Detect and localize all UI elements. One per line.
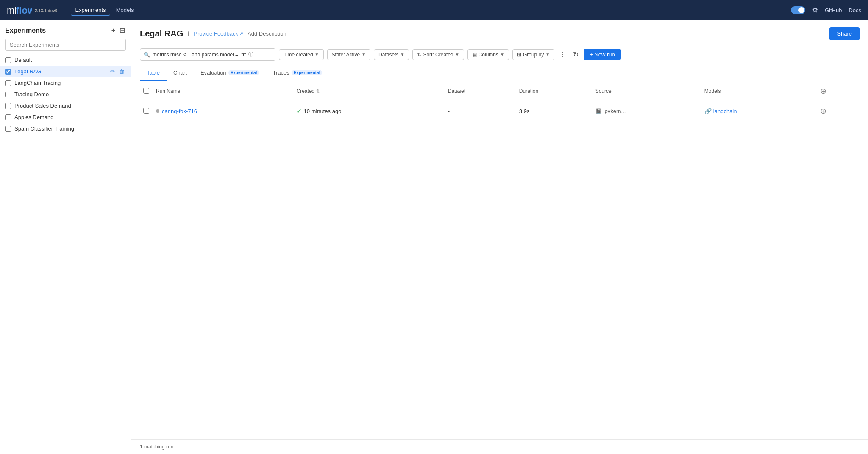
tab-traces[interactable]: Traces Experimental — [266, 65, 329, 81]
row-checkbox-0[interactable] — [143, 108, 149, 114]
sidebar-item-legal-rag-checkbox[interactable] — [5, 69, 11, 75]
nav-links: Experiments Models — [71, 5, 138, 16]
time-created-chevron: ▼ — [315, 52, 319, 57]
sidebar-item-langchain-tracing[interactable]: LangChain Tracing ✏ 🗑 — [0, 77, 131, 89]
run-status-dot — [156, 109, 159, 113]
delete-default-button[interactable]: 🗑 — [118, 56, 126, 64]
matching-runs-label: 1 matching run — [140, 444, 173, 450]
toolbar: 🔍 ⓘ Time created ▼ State: Active ▼ Datas… — [131, 44, 868, 65]
settings-icon[interactable]: ⚙ — [812, 6, 818, 14]
delete-spam-classifier-training-button[interactable]: 🗑 — [118, 125, 126, 132]
cell-add-0: ⊕ — [816, 101, 860, 121]
model-link-0[interactable]: 🔗 langchain — [704, 108, 813, 114]
sidebar-item-legal-rag[interactable]: Legal RAG ✏ 🗑 — [0, 66, 131, 77]
runs-table-area: Run Name Created ⇅ Dataset — [131, 81, 868, 439]
search-info-icon[interactable]: ⓘ — [248, 51, 253, 58]
info-icon[interactable]: ℹ — [187, 31, 189, 37]
cell-duration-0: 3.9s — [516, 101, 592, 121]
sidebar-item-product-sales-demand-label: Product Sales Demand — [14, 103, 106, 109]
cell-dataset-0: - — [445, 101, 516, 121]
table-footer: 1 matching run — [131, 439, 868, 454]
col-created: Created ⇅ — [293, 81, 444, 101]
delete-langchain-tracing-button[interactable]: 🗑 — [118, 79, 126, 86]
time-created-filter[interactable]: Time created ▼ — [279, 49, 324, 60]
add-column-button[interactable]: ⊕ — [819, 86, 827, 97]
delete-tracing-demo-button[interactable]: 🗑 — [118, 91, 126, 98]
experiment-title: Legal RAG — [140, 29, 183, 39]
delete-product-sales-demand-button[interactable]: 🗑 — [118, 102, 126, 109]
nav-models[interactable]: Models — [112, 5, 138, 16]
col-models: Models — [701, 81, 816, 101]
edit-langchain-tracing-button[interactable]: ✏ — [109, 79, 116, 86]
more-options-button[interactable]: ⋮ — [558, 49, 568, 60]
add-experiment-button[interactable]: + — [111, 25, 116, 35]
nav-experiments[interactable]: Experiments — [71, 5, 110, 16]
sidebar-item-default-label: Default — [14, 57, 106, 63]
group-by-filter[interactable]: ⊞ Group by ▼ — [512, 49, 554, 60]
new-run-button[interactable]: + New run — [584, 49, 621, 60]
delete-apples-demand-button[interactable]: 🗑 — [118, 114, 126, 121]
evaluation-badge: Experimental — [228, 70, 259, 75]
sidebar-item-default[interactable]: Default ✏ 🗑 — [0, 54, 131, 66]
run-name-link-0[interactable]: caring-fox-716 — [162, 108, 197, 114]
experiment-header: Legal RAG ℹ Provide Feedback ↗ Add Descr… — [131, 20, 868, 44]
tab-chart[interactable]: Chart — [167, 65, 194, 81]
cell-created-0: ✓ 10 minutes ago — [293, 101, 444, 121]
add-description-button[interactable]: Add Description — [248, 31, 287, 37]
add-to-row-button[interactable]: ⊕ — [819, 106, 827, 117]
docs-link[interactable]: Docs — [849, 7, 861, 14]
traces-badge: Experimental — [292, 70, 323, 75]
sidebar-item-tracing-demo[interactable]: Tracing Demo ✏ 🗑 — [0, 89, 131, 100]
sidebar-item-spam-classifier-training[interactable]: Spam Classifier Training ✏ 🗑 — [0, 123, 131, 134]
columns-icon: ▦ — [472, 52, 477, 58]
tab-table[interactable]: Table — [140, 65, 167, 81]
logo: ml flow 2.13.1.dev0 — [7, 4, 57, 16]
sidebar-item-apples-demand-checkbox[interactable] — [5, 114, 11, 120]
state-filter[interactable]: State: Active ▼ — [327, 49, 371, 60]
sidebar-actions: + ⊟ — [111, 25, 126, 35]
share-button[interactable]: Share — [829, 27, 860, 40]
col-source: Source — [592, 81, 701, 101]
edit-spam-classifier-training-button[interactable]: ✏ — [109, 125, 116, 132]
main-content: Legal RAG ℹ Provide Feedback ↗ Add Descr… — [131, 20, 868, 454]
cell-source-0: 📓 ipykern... — [592, 101, 701, 121]
sidebar-item-langchain-tracing-checkbox[interactable] — [5, 80, 11, 86]
edit-tracing-demo-button[interactable]: ✏ — [109, 91, 116, 98]
cell-run-name-0: caring-fox-716 — [153, 101, 293, 121]
sidebar-item-product-sales-demand-checkbox[interactable] — [5, 103, 11, 109]
sidebar-item-product-sales-demand[interactable]: Product Sales Demand ✏ 🗑 — [0, 100, 131, 111]
top-navigation: ml flow 2.13.1.dev0 Experiments Models ⚙… — [0, 0, 868, 20]
sort-filter[interactable]: ⇅ Sort: Created ▼ — [412, 49, 464, 60]
sort-chevron: ▼ — [455, 52, 459, 57]
edit-legal-rag-button[interactable]: ✏ — [109, 68, 116, 75]
sort-created-icon[interactable]: ⇅ — [316, 89, 320, 94]
source-icon: 📓 — [595, 108, 602, 114]
mlflow-logo-svg: ml flow — [7, 4, 32, 16]
sidebar-item-legal-rag-icons: ✏ 🗑 — [109, 68, 126, 75]
main-layout: Experiments + ⊟ Default ✏ 🗑 Legal RAG ✏ … — [0, 20, 868, 454]
github-link[interactable]: GitHub — [825, 7, 842, 14]
table-header-row: Run Name Created ⇅ Dataset — [140, 81, 860, 101]
collapse-sidebar-button[interactable]: ⊟ — [119, 25, 126, 35]
delete-legal-rag-button[interactable]: 🗑 — [118, 68, 126, 75]
sidebar-item-default-checkbox[interactable] — [5, 57, 11, 63]
select-all-checkbox[interactable] — [143, 88, 149, 94]
datasets-filter[interactable]: Datasets ▼ — [374, 49, 409, 60]
svg-text:flow: flow — [16, 5, 32, 16]
sidebar-item-tracing-demo-checkbox[interactable] — [5, 92, 11, 97]
columns-filter[interactable]: ▦ Columns ▼ — [467, 49, 509, 60]
edit-default-button[interactable]: ✏ — [109, 56, 116, 64]
provide-feedback-link[interactable]: Provide Feedback ↗ — [194, 31, 243, 37]
sidebar-item-apples-demand[interactable]: Apples Demand ✏ 🗑 — [0, 111, 131, 123]
run-search-input[interactable] — [153, 52, 246, 58]
edit-apples-demand-button[interactable]: ✏ — [109, 114, 116, 121]
version-label: 2.13.1.dev0 — [35, 8, 57, 13]
search-experiments-input[interactable] — [5, 39, 126, 51]
tab-evaluation[interactable]: Evaluation Experimental — [194, 65, 266, 81]
refresh-button[interactable]: ↻ — [571, 49, 580, 60]
sidebar-title: Experiments — [5, 27, 46, 34]
sidebar-item-spam-classifier-training-checkbox[interactable] — [5, 126, 11, 132]
edit-product-sales-demand-button[interactable]: ✏ — [109, 102, 116, 109]
theme-toggle[interactable] — [791, 6, 805, 14]
sidebar-item-spam-classifier-training-label: Spam Classifier Training — [14, 125, 106, 132]
